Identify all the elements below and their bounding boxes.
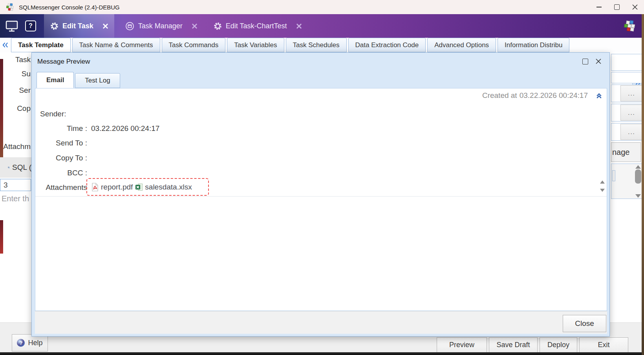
bg-label-subject: Su: [0, 70, 31, 78]
doc-tab-edit-task[interactable]: Edit Task: [44, 14, 114, 38]
bg-label-attachments: Attachm: [0, 142, 31, 151]
doc-tab-label: Task Manager: [138, 22, 183, 30]
preview-button[interactable]: Preview: [437, 337, 487, 353]
monitor-icon[interactable]: [5, 20, 18, 32]
gear-icon: [214, 22, 222, 30]
deploy-button[interactable]: Deploy: [540, 337, 577, 353]
attachments-scroll-spinner: [600, 180, 605, 192]
count-input[interactable]: 3: [0, 179, 31, 191]
window-minimize-button[interactable]: [590, 0, 608, 14]
window-bottom-edge: [0, 352, 644, 355]
spinner-down-arrow[interactable]: [600, 189, 605, 192]
send-to-label: Send To :: [40, 139, 87, 147]
close-button[interactable]: Close: [563, 315, 606, 332]
attachment-salesdata-xlsx[interactable]: salesdata.xlsx: [135, 183, 192, 191]
sender-label: Sender:: [40, 110, 66, 118]
header-body-divider: [35, 196, 607, 197]
doc-tab-label: Edit Task: [62, 22, 93, 30]
tab-close-icon[interactable]: [103, 24, 108, 29]
time-value: 03.22.2026 00:24:17: [91, 124, 159, 133]
browse-button[interactable]: ...: [620, 105, 643, 121]
desktop-edge-strip: [642, 14, 644, 355]
help-circle-icon: ?: [17, 339, 25, 347]
panel-notch: [612, 170, 615, 181]
tab-advanced-options[interactable]: Advanced Options: [427, 38, 496, 52]
created-at-row: Created at 03.22.2026 00:24:17: [482, 91, 588, 100]
bg-field-row: ...: [611, 104, 643, 121]
manage-button-label: nage: [612, 148, 630, 157]
scroll-down-arrow[interactable]: [635, 194, 641, 198]
tab-task-schedules[interactable]: Task Schedules: [286, 38, 347, 52]
database-icon: [8, 164, 10, 171]
dialog-maximize-button[interactable]: [580, 56, 591, 67]
close-icon: [632, 4, 638, 10]
app-cubes-logo-icon: [623, 14, 644, 38]
window-maximize-button[interactable]: [608, 0, 626, 14]
browse-button[interactable]: ...: [620, 124, 643, 140]
window-title: SQLMessenger Console (2.4)-DEBUG: [19, 4, 120, 11]
scroll-tabs-left-button[interactable]: [1, 38, 10, 52]
spinner-up-arrow[interactable]: [600, 180, 605, 184]
message-preview-dialog: Message Preview Email Test Log Created a…: [31, 52, 610, 337]
tab-data-extraction-code[interactable]: Data Extraction Code: [348, 38, 426, 52]
sql-command-section: SQL (: [0, 157, 31, 178]
dialog-title: Message Preview: [37, 58, 90, 66]
maximize-icon: [582, 59, 588, 64]
bg-field-row: ...: [611, 123, 643, 141]
scroll-up-arrow[interactable]: [635, 165, 641, 169]
tab-information-distribution[interactable]: Information Distribu: [498, 38, 569, 52]
bg-field-box[interactable]: [611, 72, 643, 83]
attachment-report-pdf[interactable]: report.pdf: [91, 183, 133, 191]
doc-tab-label: Edit Task-ChartTest: [226, 22, 287, 30]
tab-task-variables[interactable]: Task Variables: [227, 38, 284, 52]
document-tab-bar: ? Edit Task Task Manager Edit Task-Chart…: [0, 14, 644, 38]
chevron-double-left-icon: [2, 42, 9, 48]
copy-to-label: Copy To :: [40, 154, 87, 162]
attachments-label: Attachments: [40, 183, 87, 192]
tab-task-commands[interactable]: Task Commands: [162, 38, 226, 52]
email-preview-pane: Created at 03.22.2026 00:24:17 Sender: T…: [35, 88, 607, 311]
excel-file-icon: [135, 183, 143, 191]
help-button[interactable]: ? Help: [12, 334, 48, 351]
help-icon[interactable]: ?: [25, 20, 36, 31]
created-at-label: Created at: [482, 91, 517, 100]
task-nav-strip: Task Template Task Name & Comments Task …: [0, 38, 644, 52]
exit-button[interactable]: Exit: [579, 337, 628, 353]
bg-field-row: ...: [611, 85, 643, 102]
time-label: Time :: [40, 124, 87, 133]
dialog-footer: Close: [35, 311, 607, 334]
doc-tab-edit-task-charttest[interactable]: Edit Task-ChartTest: [207, 14, 308, 38]
app-logo-icon: [5, 2, 15, 12]
bg-field-box[interactable]: [611, 54, 643, 71]
comment-input-placeholder[interactable]: Enter th: [2, 194, 29, 203]
tab-email[interactable]: Email: [37, 72, 74, 88]
doc-tab-task-manager[interactable]: Task Manager: [119, 14, 203, 38]
tab-test-log[interactable]: Test Log: [75, 73, 120, 88]
pdf-file-icon: [91, 183, 99, 191]
background-image-sliver: [0, 220, 3, 254]
dialog-close-button[interactable]: [593, 56, 604, 67]
tab-close-icon[interactable]: [296, 24, 302, 29]
attachment-list-panel: [611, 164, 644, 199]
window-close-button[interactable]: [626, 0, 644, 14]
bg-label-task: Task: [0, 55, 31, 64]
count-value: 3: [4, 181, 8, 189]
attachments-highlight-box: report.pdf salesdata.xlsx: [86, 178, 209, 196]
tab-task-template[interactable]: Task Template: [11, 38, 71, 52]
tab-task-name-comments[interactable]: Task Name & Comments: [72, 38, 160, 52]
window-titlebar: SQLMessenger Console (2.4)-DEBUG: [0, 0, 644, 14]
attachment-name: salesdata.xlsx: [145, 183, 192, 191]
dialog-titlebar[interactable]: Message Preview: [32, 53, 609, 71]
collapse-header-button[interactable]: [595, 92, 603, 99]
sql-section-label: SQL (: [12, 163, 31, 172]
gear-icon: [50, 22, 59, 30]
bcc-label: BCC :: [40, 169, 87, 177]
manage-button[interactable]: nage: [611, 142, 641, 162]
tab-close-icon[interactable]: [192, 24, 197, 29]
browse-button[interactable]: ...: [620, 85, 643, 101]
bg-label-copy: Cop: [0, 104, 31, 113]
dialog-tab-strip: Email Test Log: [32, 71, 609, 88]
scrollbar-thumb[interactable]: [635, 169, 641, 184]
help-button-label: Help: [28, 339, 42, 347]
save-draft-button[interactable]: Save Draft: [489, 337, 538, 353]
